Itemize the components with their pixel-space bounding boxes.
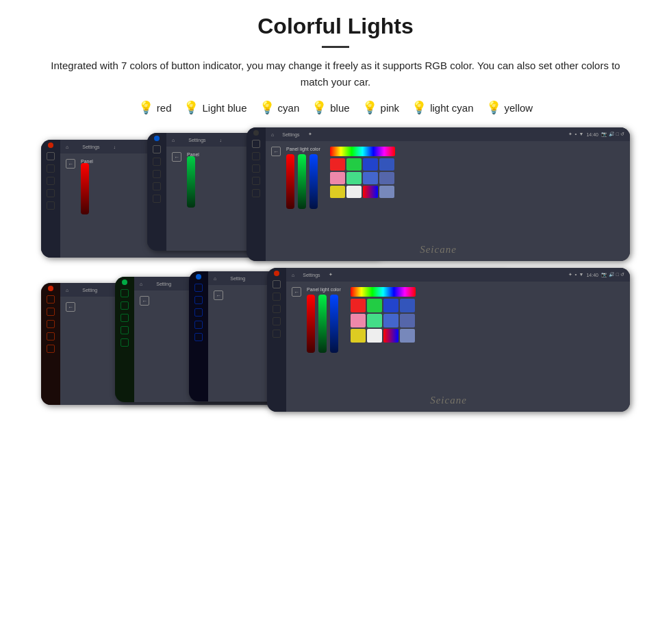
sidebar-icon-b2a — [121, 289, 129, 297]
bgrid-lb — [400, 329, 415, 343]
dev-sliders-2 — [187, 160, 195, 208]
sidebar-icon-b2b — [121, 301, 129, 310]
dev-sidebar-1 — [41, 140, 60, 258]
bgrid-r1 — [351, 299, 366, 312]
topbar-home-2: ⌂ — [172, 138, 175, 143]
sidebar-icon-b1a — [47, 295, 55, 304]
dev-slider-green-2 — [187, 156, 195, 208]
sidebar-icon-b3d — [194, 321, 203, 329]
topbar-b3-settings: Setting — [230, 276, 245, 281]
dev-back-btn-2[interactable]: ← — [172, 152, 181, 162]
grid-cell-w1 — [346, 186, 362, 198]
sidebar-icon-b2d — [121, 326, 129, 334]
sidebar-icon-b3b — [194, 296, 203, 304]
color-label-blue: blue — [330, 102, 349, 114]
bgrid-p1 — [351, 314, 366, 327]
sidebar-icon-back-3 — [252, 152, 260, 160]
color-label-yellow: yellow — [505, 102, 533, 114]
topbar-arrow-1: ↓ — [114, 145, 116, 149]
sidebar-icon-3b — [252, 177, 260, 185]
topbar-time: 14:40 — [586, 132, 598, 137]
sidebar-icon-b2e — [121, 338, 129, 347]
sidebar-icon-back — [47, 164, 55, 173]
topbar-b4-arrow: ✦ — [329, 272, 333, 277]
dev-back-btn-3[interactable]: ← — [271, 147, 281, 156]
sidebar-icon-home — [47, 152, 55, 160]
bulb-icon-yellow: 💡 — [486, 100, 501, 115]
sidebar-dot-b1 — [48, 286, 53, 291]
sidebar-icon-2c — [153, 195, 161, 203]
sidebar-icon-b3e — [194, 333, 203, 341]
color-label-cyan: cyan — [278, 102, 300, 114]
sidebar-icon-b1c — [47, 320, 55, 328]
topbar-icons: 📷 🔊 □ ↺ — [601, 132, 624, 137]
sidebar-icon-b4e — [273, 330, 281, 338]
device-top-3: ⌂ Settings ✦ ✦ ⚬ ▼ 14:40 📷 🔊 □ ↺ — [246, 127, 630, 261]
dev-slider-r3 — [286, 154, 294, 209]
bulb-icon-cyan: 💡 — [259, 100, 275, 115]
dev-sliders-b4 — [307, 295, 341, 353]
dev-topbar-3: ⌂ Settings ✦ ✦ ⚬ ▼ 14:40 📷 🔊 □ ↺ — [266, 127, 630, 141]
bulb-icon-red: 💡 — [138, 100, 153, 115]
sidebar-dot-power — [48, 143, 53, 148]
sidebar-icon-1 — [47, 177, 55, 185]
sidebar-dot-b4 — [274, 271, 279, 276]
title-divider — [322, 46, 349, 48]
dev-content-b4: ← Panel light color — [286, 282, 630, 412]
sidebar-icon-b4c — [273, 305, 281, 313]
grid-cell-g2 — [346, 172, 362, 184]
dev-slider-gb4 — [318, 295, 327, 353]
sidebar-icon-back-2 — [153, 158, 161, 166]
dev-sidebar-b2 — [115, 277, 134, 402]
dev-sidebar-b3 — [189, 271, 208, 401]
sidebar-icon-3c — [252, 189, 260, 197]
topbar-settings-1: Settings — [82, 145, 99, 149]
color-item-yellow: 💡 yellow — [486, 100, 533, 115]
sidebar-icon-home-3 — [252, 140, 260, 148]
color-grid-3 — [330, 158, 395, 198]
sidebar-dot-power-3 — [253, 130, 259, 136]
dev-sidebar-3 — [246, 127, 266, 261]
color-item-cyan: 💡 cyan — [259, 100, 300, 115]
sidebar-icon-b1e — [47, 345, 55, 353]
color-label-red: red — [157, 102, 172, 114]
dev-topbar-b4: ⌂ Settings ✦ ✦ ⚬ ▼ 14:40 📷 🔊 □ ↺ — [286, 268, 630, 282]
topbar-home-1: ⌂ — [66, 145, 68, 149]
bgrid-g2 — [367, 314, 382, 327]
grid-cell-p1 — [330, 172, 345, 184]
topbar-arrow-2: ↓ — [220, 138, 223, 143]
color-item-pink: 💡 pink — [362, 100, 400, 115]
topbar-b4-icons: 📷 🔊 □ ↺ — [601, 272, 624, 277]
watermark-bot: Seicane — [430, 395, 467, 406]
topbar-b1-settings: Setting — [82, 288, 97, 293]
topbar-arrow-3: ✦ — [308, 132, 312, 137]
bottom-device-group: ⌂ Setting ← — [41, 268, 630, 412]
dev-back-btn-b4[interactable]: ← — [292, 287, 301, 297]
bgrid-w1 — [367, 329, 382, 343]
bgrid-b3 — [383, 314, 398, 327]
color-item-lightcyan: 💡 light cyan — [412, 100, 473, 115]
dev-sidebar-b4 — [267, 268, 286, 412]
dev-back-btn-b3[interactable]: ← — [214, 290, 223, 300]
color-item-red: 💡 red — [138, 100, 172, 115]
color-label-lightcyan: light cyan — [430, 102, 473, 114]
bgrid-y1 — [351, 329, 366, 343]
sidebar-icon-b2c — [121, 314, 129, 322]
grid-cell-b1 — [363, 158, 378, 171]
dev-sliders-3 — [286, 154, 320, 209]
sidebar-icon-2 — [47, 189, 55, 197]
page-description: Integrated with 7 colors of button indic… — [41, 58, 630, 90]
grid-cell-r1 — [330, 158, 345, 171]
screens-section: ⌂ Settings ↓ ← Panel — [27, 127, 644, 412]
dev-back-btn-b1[interactable]: ← — [66, 302, 75, 312]
dev-panel-label-b4: Panel light color — [307, 287, 341, 292]
grid-cell-y1 — [330, 186, 345, 198]
color-item-blue: 💡 blue — [312, 100, 349, 115]
dev-back-btn-1[interactable]: ← — [66, 159, 75, 169]
dev-back-btn-b2[interactable]: ← — [140, 296, 149, 306]
dev-screen-3: ⌂ Settings ✦ ✦ ⚬ ▼ 14:40 📷 🔊 □ ↺ — [266, 127, 630, 261]
grid-cell-b3 — [363, 172, 378, 184]
bulb-icon-lightblue: 💡 — [183, 100, 199, 115]
topbar-settings-2: Settings — [188, 138, 205, 143]
dev-content-3: ← Panel light color — [266, 141, 630, 261]
